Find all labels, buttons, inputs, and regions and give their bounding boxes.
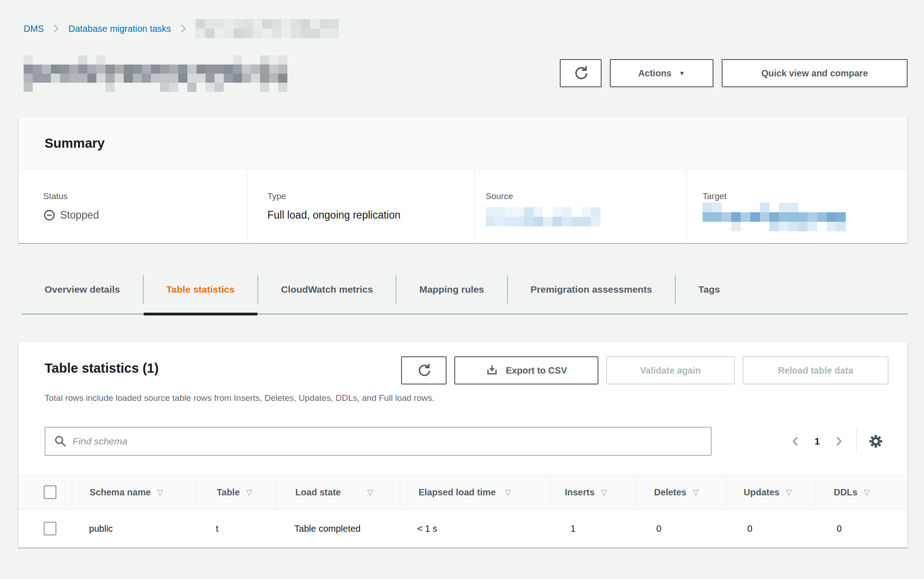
- task-detail-tabs: Overview details Table statistics CloudW…: [22, 275, 908, 314]
- stopped-status-icon: [43, 209, 55, 221]
- cell-load-state: Table completed: [275, 509, 399, 548]
- reload-table-data-button[interactable]: Reload table data: [743, 356, 889, 384]
- filter-icon[interactable]: ▽: [505, 488, 511, 497]
- validate-again-button[interactable]: Validate again: [606, 356, 735, 384]
- cell-elapsed-load-time: < 1 s: [399, 509, 549, 548]
- target-label: Target: [703, 191, 908, 202]
- pagination: 1: [788, 429, 884, 454]
- redacted-target-endpoint: [703, 203, 851, 231]
- redacted-task-name-breadcrumb: [196, 19, 339, 38]
- breadcrumb-link-dms[interactable]: DMS: [24, 24, 44, 34]
- quick-view-compare-button[interactable]: Quick view and compare: [722, 59, 908, 87]
- select-all-checkbox[interactable]: [44, 485, 56, 499]
- column-header-table: Table: [217, 487, 240, 498]
- tab-cloudwatch-metrics[interactable]: CloudWatch metrics: [257, 275, 396, 304]
- cell-schema-name: public: [72, 509, 195, 548]
- export-to-csv-button[interactable]: Export to CSV: [454, 356, 598, 384]
- actions-button-label: Actions: [638, 68, 671, 79]
- filter-icon[interactable]: ▽: [157, 488, 163, 497]
- status-value: Stopped: [60, 208, 99, 222]
- filter-icon[interactable]: ▽: [786, 488, 792, 497]
- gear-icon: [868, 433, 884, 449]
- pagination-divider: [856, 429, 857, 454]
- status-label: Status: [43, 191, 247, 202]
- column-header-load-state: Load state: [295, 487, 341, 498]
- column-header-inserts: Inserts: [565, 487, 595, 498]
- table-header-row: Schema name▽ Table▽ Load state▽ Elapsed …: [18, 475, 908, 509]
- table-statistics-description: Total rows include loaded source table r…: [45, 392, 889, 404]
- tab-premigration-assessments[interactable]: Premigration assessments: [507, 275, 675, 304]
- tab-table-statistics[interactable]: Table statistics: [143, 275, 257, 304]
- chevron-right-icon: [53, 23, 59, 34]
- chevron-right-icon: [180, 23, 186, 34]
- summary-card: Summary Status Stopped Type Full load, o…: [18, 117, 908, 243]
- redacted-source-endpoint: [486, 207, 600, 226]
- actions-button[interactable]: Actions ▼: [610, 59, 713, 87]
- redacted-page-title: [24, 55, 287, 92]
- page-number[interactable]: 1: [814, 436, 820, 447]
- search-icon: [54, 434, 67, 448]
- cell-deletes: 0: [634, 509, 725, 548]
- filter-icon[interactable]: ▽: [367, 488, 373, 497]
- type-label: Type: [267, 191, 474, 202]
- column-header-schema-name: Schema name: [90, 487, 151, 498]
- column-header-ddls: DDLs: [834, 487, 857, 498]
- type-value: Full load, ongoing replication: [267, 208, 474, 222]
- tab-mapping-rules[interactable]: Mapping rules: [396, 275, 507, 304]
- filter-icon[interactable]: ▽: [246, 488, 252, 497]
- column-header-updates: Updates: [743, 487, 779, 498]
- breadcrumb-link-tasks[interactable]: Database migration tasks: [68, 24, 171, 34]
- filter-icon[interactable]: ▽: [864, 488, 870, 497]
- table-statistics-card: Export to CSV Validate again Reload tabl…: [18, 343, 908, 548]
- previous-page-button[interactable]: [788, 432, 803, 451]
- filter-icon[interactable]: ▽: [601, 488, 607, 497]
- breadcrumb: DMS Database migration tasks: [24, 19, 906, 38]
- caret-down-icon: ▼: [679, 70, 685, 77]
- column-header-deletes: Deletes: [654, 487, 686, 498]
- summary-title: Summary: [45, 136, 105, 151]
- table-row: public t Table completed < 1 s 1 0 0 0: [18, 509, 908, 548]
- cell-inserts: 1: [549, 509, 635, 548]
- table-settings-button[interactable]: [868, 433, 884, 449]
- next-page-button[interactable]: [832, 432, 846, 451]
- source-label: Source: [486, 191, 687, 202]
- table-refresh-button[interactable]: [401, 356, 447, 384]
- cell-updates: 0: [725, 509, 815, 548]
- filter-icon[interactable]: ▽: [693, 488, 698, 497]
- cell-table: t: [195, 509, 276, 548]
- tab-tags[interactable]: Tags: [675, 275, 743, 304]
- find-schema-input[interactable]: [45, 427, 712, 456]
- download-icon: [486, 364, 498, 377]
- reload-label: Reload table data: [778, 365, 854, 376]
- table-count-badge: (1): [142, 361, 158, 375]
- refresh-button[interactable]: [560, 59, 602, 87]
- cell-ddls: 0: [815, 509, 908, 548]
- refresh-icon: [573, 65, 588, 81]
- validate-label: Validate again: [640, 365, 701, 376]
- column-header-elapsed-load-time: Elapsed load time: [418, 487, 496, 498]
- refresh-icon: [417, 363, 431, 378]
- tab-overview-details[interactable]: Overview details: [22, 275, 143, 304]
- export-label: Export to CSV: [506, 365, 567, 376]
- row-checkbox[interactable]: [44, 522, 56, 535]
- quick-view-label: Quick view and compare: [761, 68, 868, 79]
